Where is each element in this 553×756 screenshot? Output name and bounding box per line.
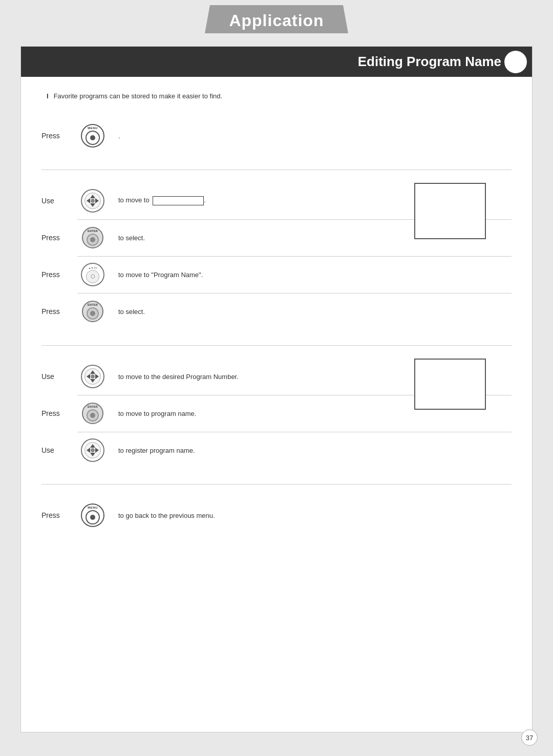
step-group-1: Press MENU . xyxy=(41,113,512,162)
sep-3b xyxy=(77,432,512,432)
nav-arrow-left xyxy=(87,198,90,203)
menu-inner-4 xyxy=(90,515,95,520)
enter-inner-2 xyxy=(90,311,95,316)
enter-circle-2 xyxy=(87,307,99,320)
step-text-2d: to select. xyxy=(118,308,512,316)
step-text-1: . xyxy=(118,132,512,140)
intro-text: Favorite programs can be stored to make … xyxy=(41,92,512,100)
nav-button-3a xyxy=(77,365,108,388)
step-label-1: Press xyxy=(41,132,77,140)
step-group-3: Use xyxy=(41,353,512,476)
fn-symbol: ⬡ xyxy=(91,274,95,279)
menu-circle-4 xyxy=(86,510,100,524)
menu-text-4: MENU xyxy=(88,506,98,509)
step-group-2: Use xyxy=(41,178,512,338)
step-row-1: Press MENU . xyxy=(41,120,512,151)
nav-btn-inner-3a xyxy=(84,368,101,385)
sep-2c xyxy=(77,293,512,293)
nav-arrows xyxy=(88,196,98,206)
step-label-2c: Press xyxy=(41,270,77,279)
enter-btn-icon: ENTER xyxy=(82,227,103,248)
enter-text: ENTER xyxy=(88,229,98,233)
nav-arrow-left-3c xyxy=(87,448,90,453)
section-circle xyxy=(504,51,527,73)
nav-center-dot xyxy=(91,199,95,203)
divider-3 xyxy=(41,484,512,485)
enter-button-2d: ENTER xyxy=(77,301,108,322)
nav-arrows-3c xyxy=(88,445,98,455)
nav-btn-icon xyxy=(81,189,104,213)
nav-arrow-up xyxy=(90,195,95,198)
step-row-2d: Press ENTER to select. xyxy=(41,296,512,327)
nav-center-dot-3a xyxy=(91,374,95,379)
fn-btn-icon: ▲▼ Fn ⬡ xyxy=(81,263,104,286)
menu-btn-icon: MENU xyxy=(81,124,104,148)
menu-button-1: MENU xyxy=(77,124,108,148)
enter-inner-3b xyxy=(90,413,95,418)
nav-btn-outer xyxy=(81,189,104,213)
enter-circle-3b xyxy=(87,409,99,422)
nav-button-2a xyxy=(77,189,108,213)
menu-btn-icon-4: MENU xyxy=(81,503,104,527)
step-label-2a: Use xyxy=(41,197,77,205)
step-text-2c: to move to "Program Name". xyxy=(118,271,512,279)
enter-btn-icon-3b: ENTER xyxy=(82,403,103,424)
step-text-4: to go back to the previous menu. xyxy=(118,512,512,519)
page-header: Application xyxy=(0,0,553,41)
step-label-2b: Press xyxy=(41,234,77,242)
nav-btn-icon-3c xyxy=(81,438,104,462)
step-label-4: Press xyxy=(41,511,77,519)
nav-arrow-right xyxy=(95,198,99,203)
nav-center-dot-3c xyxy=(91,448,95,452)
section-header: Editing Program Name xyxy=(21,47,532,77)
section-title: Editing Program Name xyxy=(358,54,501,70)
enter-text-3b: ENTER xyxy=(88,405,98,408)
step-group-4: Press MENU to go back to the previous me… xyxy=(41,492,512,541)
step-text-3c: to register program name. xyxy=(118,447,512,454)
nav-arrow-up-3a xyxy=(90,370,95,374)
nav-btn-inner xyxy=(84,193,101,209)
step-row-4: Press MENU to go back to the previous me… xyxy=(41,500,512,531)
step-label-3c: Use xyxy=(41,446,77,454)
screen-box-2 xyxy=(414,359,486,410)
enter-button-3b: ENTER xyxy=(77,403,108,424)
enter-btn-icon-2: ENTER xyxy=(82,301,103,322)
nav-arrow-down-3c xyxy=(90,453,95,456)
nav-arrow-left-3a xyxy=(87,374,90,379)
menu-button-4: MENU xyxy=(77,503,108,527)
sep-2b xyxy=(77,256,512,257)
step-label-3a: Use xyxy=(41,372,77,381)
nav-arrow-right-3c xyxy=(95,448,99,453)
screen-box-1 xyxy=(414,183,486,239)
nav-btn-icon-3a xyxy=(81,365,104,388)
nav-arrow-down-3a xyxy=(90,379,95,383)
divider-2 xyxy=(41,345,512,346)
nav-arrow-down xyxy=(90,203,95,207)
fn-text: ▲▼ Fn xyxy=(88,266,97,269)
nav-btn-outer-3a xyxy=(81,365,104,388)
menu-circle xyxy=(86,131,100,145)
enter-text-2: ENTER xyxy=(88,303,98,306)
page-title: Application xyxy=(229,11,324,30)
nav-btn-outer-3c xyxy=(81,438,104,462)
step-label-2d: Press xyxy=(41,307,77,316)
nav-arrows-3a xyxy=(88,371,98,382)
enter-inner xyxy=(90,237,95,242)
step-row-3c: Use xyxy=(41,435,512,466)
fn-button-2c: ▲▼ Fn ⬡ xyxy=(77,263,108,286)
enter-circle xyxy=(87,234,99,246)
step-text-3b: to move to program name. xyxy=(118,410,512,417)
nav-arrow-right-3a xyxy=(95,374,99,379)
fn-mid: ⬡ xyxy=(86,270,99,283)
menu-text: MENU xyxy=(88,127,98,130)
divider-1 xyxy=(41,170,512,170)
page-number: 37 xyxy=(521,729,538,746)
main-content: Editing Program Name Favorite programs c… xyxy=(20,46,533,732)
nav-btn-inner-3c xyxy=(84,442,101,458)
menu-inner xyxy=(90,135,95,140)
nav-button-3c xyxy=(77,438,108,462)
nav-arrow-up-3c xyxy=(90,444,95,448)
enter-button-2b: ENTER xyxy=(77,227,108,248)
step-row-2c: Press ▲▼ Fn ⬡ to move to "Program Name". xyxy=(41,259,512,290)
step-label-3b: Press xyxy=(41,409,77,417)
